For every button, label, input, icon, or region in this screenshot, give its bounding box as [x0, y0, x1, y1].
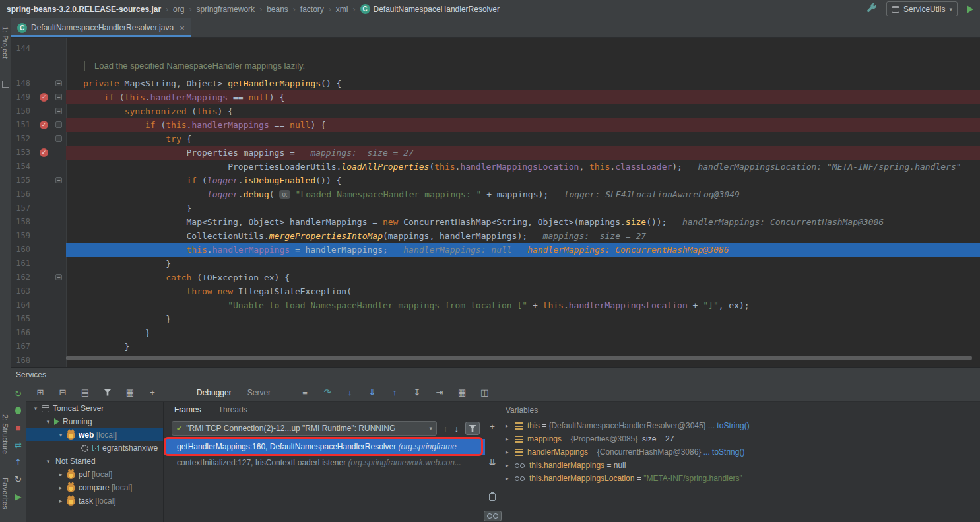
force-step-into-button[interactable]: ⇓	[366, 387, 378, 399]
tree-item-task[interactable]: ▸task [local]	[26, 494, 163, 507]
fold-marker[interactable]: −	[55, 121, 62, 128]
tree-item-compare[interactable]: ▸compare [local]	[26, 481, 163, 494]
code-line[interactable]: synchronized (this) {	[83, 104, 233, 118]
step-into-button[interactable]: ↓	[344, 387, 356, 399]
add-watch-icon[interactable]: +	[486, 420, 498, 432]
copy-button[interactable]	[489, 493, 496, 503]
chevron-right-icon[interactable]: ▸	[506, 449, 513, 455]
line-number[interactable]: 151	[11, 118, 30, 132]
show-watches-button[interactable]	[484, 511, 502, 521]
frames-filter-toggle[interactable]	[465, 422, 480, 435]
chevron-down-icon[interactable]: ▾	[44, 418, 52, 425]
code-line[interactable]: }	[83, 326, 150, 340]
fold-marker[interactable]: −	[55, 80, 62, 86]
code-line[interactable]: }	[83, 257, 171, 271]
code-line[interactable]: Map<String, Object> handlerMappings = ne…	[83, 215, 884, 229]
chevron-right-icon[interactable]: ▸	[57, 498, 65, 504]
variable-row[interactable]: ▸handlerMappings = {ConcurrentHashMap@30…	[500, 445, 980, 459]
line-number[interactable]: 161	[11, 257, 30, 271]
line-number[interactable]: 144	[11, 42, 30, 55]
line-number[interactable]: 167	[11, 340, 30, 354]
chevron-down-icon[interactable]: ▾	[44, 458, 52, 465]
chevron-right-icon[interactable]: ▸	[506, 422, 513, 429]
previous-frame-icon[interactable]: ↑	[443, 424, 448, 434]
code-line[interactable]: Properties mappings = mappings: size = 2…	[83, 146, 414, 160]
collapse-all-button[interactable]: ⊟	[57, 387, 69, 399]
tree-item-web[interactable]: ▾web [local]	[26, 428, 163, 441]
stop-button[interactable]: ■	[13, 422, 24, 434]
breadcrumb-item[interactable]: factory	[300, 5, 324, 14]
code-line[interactable]: if (this.handlerMappings == null) {	[83, 90, 284, 104]
frame-row[interactable]: getHandlerMappings:160, DefaultNamespace…	[164, 439, 485, 455]
code-line[interactable]: logger.debug( o: "Loaded NamespaceHandle…	[83, 187, 740, 201]
breadcrumb-item[interactable]: beans	[267, 5, 288, 14]
line-number[interactable]: 156	[11, 187, 30, 201]
fold-marker[interactable]: −	[55, 94, 62, 100]
line-number[interactable]: 149	[11, 90, 30, 104]
line-number[interactable]: 163	[11, 284, 30, 298]
line-number[interactable]: 162	[11, 271, 30, 284]
chevron-down-icon[interactable]: ▾	[57, 432, 65, 438]
line-number[interactable]: 154	[11, 160, 30, 174]
frame-row[interactable]: contextInitialized:127, IrisContextLoade…	[164, 455, 485, 471]
filter-button[interactable]	[102, 387, 114, 399]
code-line[interactable]: throw new IllegalStateException(	[83, 284, 352, 298]
variable-row[interactable]: ▸this.handlerMappingsLocation = "META-IN…	[500, 472, 980, 485]
chevron-right-icon[interactable]: ▸	[57, 471, 65, 478]
group-by-button[interactable]: ▤	[79, 387, 91, 399]
chevron-right-icon[interactable]: ▸	[506, 462, 513, 469]
tool-window-icon[interactable]	[2, 81, 9, 88]
line-number[interactable]: 160	[11, 243, 30, 257]
variable-row[interactable]: ▸this = {DefaultNamespaceHandlerResolver…	[500, 419, 980, 432]
breakpoint-icon[interactable]: ✓	[40, 121, 48, 129]
fold-marker[interactable]: −	[55, 274, 62, 280]
step-out-button[interactable]: ↑	[389, 387, 401, 399]
stripe-structure-button[interactable]: 2: Structure	[1, 414, 9, 454]
step-over-button[interactable]: ↷	[321, 387, 333, 399]
breakpoint-icon[interactable]: ✓	[40, 148, 48, 157]
chevron-right-icon[interactable]: ▸	[57, 484, 65, 491]
breadcrumb-item[interactable]: springframework	[196, 5, 255, 14]
tab-threads[interactable]: Threads	[218, 405, 247, 414]
code-line[interactable]: if (this.handlerMappings == null) {	[83, 118, 326, 132]
code-line[interactable]: catch (IOException ex) {	[83, 271, 290, 284]
tab-debugger[interactable]: Debugger	[197, 383, 232, 402]
stripe-project-button[interactable]: 1: Project	[1, 26, 9, 59]
code-line[interactable]: if (logger.isDebugEnabled()) {	[83, 174, 341, 187]
fold-marker[interactable]: −	[55, 177, 62, 183]
line-number[interactable]: 148	[11, 77, 30, 90]
scroll-to-bottom-icon[interactable]: ⇊	[486, 456, 498, 468]
variable-row[interactable]: ▸mappings = {Properties@3085} size = 27	[500, 432, 980, 445]
expand-all-button[interactable]: ⊞	[34, 387, 46, 399]
layout-settings-button[interactable]: ◫	[478, 387, 490, 399]
line-number[interactable]: 168	[11, 354, 30, 367]
line-number[interactable]: 157	[11, 201, 30, 215]
next-frame-icon[interactable]: ↓	[455, 424, 459, 434]
chevron-down-icon[interactable]: ▾	[32, 405, 40, 412]
variable-row[interactable]: ▸this.handlerMappings = null	[500, 459, 980, 472]
line-number[interactable]: 153	[11, 146, 30, 160]
run-to-cursor-button[interactable]: ⇥	[434, 387, 445, 399]
code-line[interactable]: CollectionUtils.mergePropertiesIntoMap(m…	[83, 229, 646, 243]
line-number[interactable]: 155	[11, 174, 30, 187]
code-line[interactable]: this.handlerMappings = handlerMappings; …	[83, 243, 729, 257]
evaluate-expression-button[interactable]: ▦	[456, 387, 468, 399]
breadcrumb-item[interactable]: xml	[336, 5, 348, 14]
debug-button[interactable]	[13, 405, 24, 416]
line-number[interactable]: 150	[11, 104, 30, 118]
tree-item-not-started[interactable]: ▾Not Started	[26, 455, 163, 468]
rerun-button[interactable]: ↻	[13, 387, 24, 399]
run-config-selector[interactable]: ServiceUtils ▾	[886, 1, 958, 16]
update-application-button[interactable]: ↥	[13, 456, 24, 468]
wrench-icon[interactable]	[866, 3, 877, 15]
code-line[interactable]: try {	[83, 132, 191, 146]
editor-tab[interactable]: C DefaultNamespaceHandlerResolver.java ×	[11, 18, 191, 37]
breadcrumb-item[interactable]: spring-beans-3.2.0.RELEASE-sources.jar	[7, 5, 161, 14]
breakpoint-icon[interactable]: ✓	[40, 93, 48, 102]
run-button[interactable]	[967, 5, 973, 13]
code-editor[interactable]: 144Load the specified NamespaceHandler m…	[11, 38, 980, 367]
tree-item-tomcat-server[interactable]: ▾Tomcat Server	[26, 402, 163, 415]
code-line[interactable]: "Unable to load NamespaceHandler mapping…	[83, 298, 750, 312]
tree-item-pdf[interactable]: ▸pdf [local]	[26, 468, 163, 481]
fold-marker[interactable]: −	[55, 135, 62, 142]
